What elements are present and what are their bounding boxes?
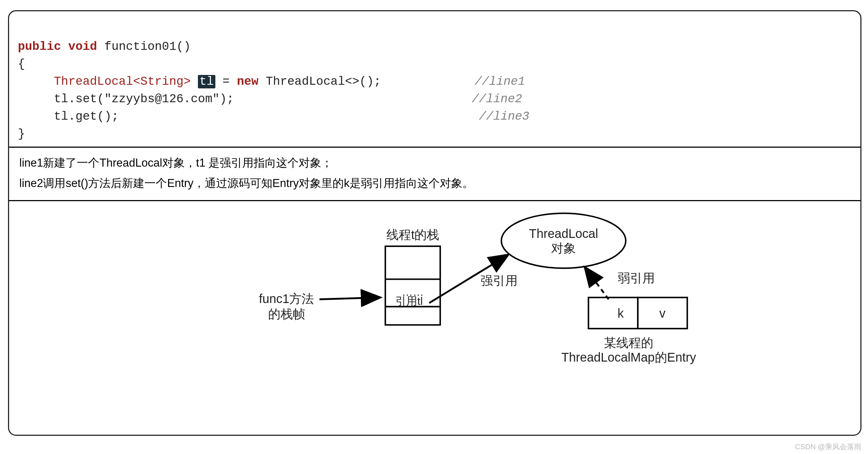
watermark: CSDN @乘风会落雨 — [795, 442, 861, 452]
var-tl-highlight: tl — [198, 75, 215, 88]
content-panel: public void function01() { ThreadLocal<S… — [8, 10, 861, 436]
explain-line1: line1新建了一个ThreadLocal对象，t1 是强引用指向这个对象； — [19, 153, 850, 173]
new-rest: ThreadLocal<>(); — [266, 75, 381, 88]
label-entry-line2: ThreadLocalMap的Entry — [561, 350, 696, 364]
label-entry-line1: 某线程的 — [604, 336, 653, 350]
label-func1-line1: func1方法 — [259, 292, 314, 306]
ellipse-threadlocal — [501, 213, 626, 268]
stack-bottom-text: 引用tl — [395, 295, 423, 307]
code-line3: tl.get(); — [54, 110, 119, 123]
arrow-func1-to-stack — [319, 298, 379, 299]
entry-k-box — [589, 298, 638, 329]
fn-name: function01() — [104, 40, 191, 53]
entry-v-label: v — [659, 306, 665, 320]
label-func1-line2: 的栈帧 — [268, 307, 305, 321]
explain-line2: line2调用set()方法后新建一个Entry，通过源码可知Entry对象里的… — [19, 173, 850, 194]
ellipse-line2: 对象 — [551, 241, 576, 255]
kw-public-void: public void — [18, 40, 97, 53]
label-strong-ref: 强引用 — [481, 274, 518, 287]
entry-k-label: k — [618, 306, 624, 320]
arrow-weak-ref — [585, 268, 608, 299]
code-line2: tl.set("zzyybs@126.com"); — [54, 92, 234, 106]
brace-open: { — [18, 57, 25, 71]
diagram: func1方法 的栈帧 线程t的栈 …… 引用tl 强引用 ThreadLoca… — [9, 193, 860, 435]
comment-line2: //line2 — [472, 92, 522, 106]
type-threadlocal: ThreadLocal<String> — [54, 75, 191, 88]
kw-new: new — [237, 75, 258, 88]
code-block: public void function01() { ThreadLocal<S… — [9, 11, 860, 147]
label-stack-title: 线程t的栈 — [386, 228, 439, 242]
label-weak-ref: 弱引用 — [618, 271, 655, 285]
brace-close: } — [18, 127, 25, 141]
eq-sign: = — [223, 75, 230, 88]
comment-line1: //line1 — [475, 75, 525, 88]
ellipse-line1: ThreadLocal — [529, 227, 598, 240]
comment-line3: //line3 — [479, 110, 529, 123]
